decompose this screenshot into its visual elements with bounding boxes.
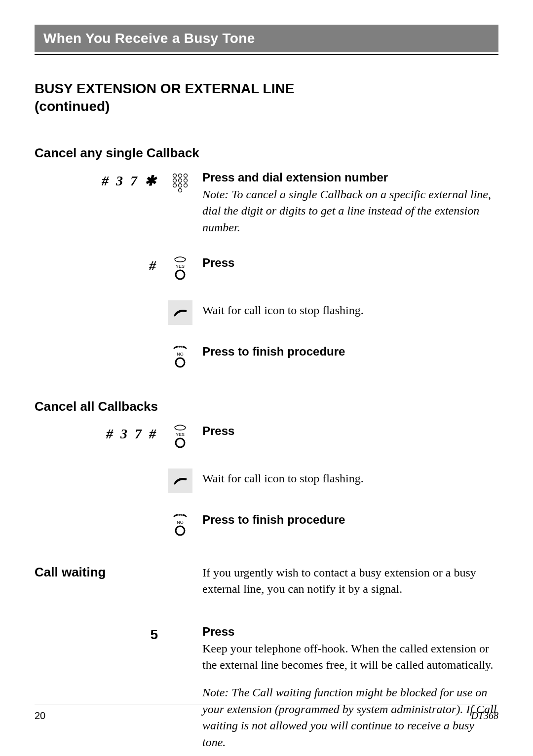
instruction-title: Press to finish procedure (202, 345, 498, 359)
svg-point-13 (176, 358, 185, 367)
instruction-title: Press and dial extension number (202, 171, 498, 184)
yes-button-icon: YES (172, 256, 189, 281)
right-col: If you urgently wish to contact a busy e… (195, 565, 498, 598)
instruction-title: Press (202, 625, 498, 639)
call-waiting-intro-row: Call waiting If you urgently wish to con… (35, 565, 498, 598)
cancel-single-row-1: # 3 7 ✱ Press and dial extension number … (35, 171, 498, 236)
right-col: Press (195, 424, 498, 438)
icon-col (165, 565, 195, 589)
svg-point-4 (179, 179, 182, 182)
right-col: Wait for call icon to stop flashing. (195, 468, 498, 487)
instruction-body: Keep your telephone off-hook. When the c… (202, 641, 498, 674)
icon-col: NO (165, 345, 195, 369)
right-col: Press to finish procedure (195, 345, 498, 359)
yes-button-icon: YES (172, 424, 189, 449)
section-banner: When You Receive a Busy Tone (35, 25, 498, 52)
right-col: Press to finish procedure (195, 513, 498, 527)
banner-title: When You Receive a Busy Tone (43, 31, 255, 46)
cancel-all-row-1: # 3 7 # YES Press (35, 424, 498, 449)
icon-col: NO (165, 513, 195, 538)
keypad-icon (172, 173, 189, 193)
svg-point-17 (176, 526, 185, 535)
instruction-title: Press (202, 256, 498, 270)
instruction-title: Press (202, 424, 498, 438)
no-label: NO (177, 352, 184, 357)
model-label: DT368 (471, 710, 498, 721)
icon-col (165, 625, 195, 649)
instruction-body: Wait for call icon to stop flashing. (202, 470, 498, 487)
handset-icon (172, 307, 189, 318)
left-col: # (35, 256, 165, 274)
svg-point-2 (184, 174, 188, 177)
left-col: 5 (35, 625, 165, 643)
handset-icon-bg (168, 300, 192, 325)
svg-point-0 (173, 174, 177, 177)
page-number: 20 (35, 710, 45, 721)
instruction-title: Press to finish procedure (202, 513, 498, 527)
page-footer: 20 DT368 (35, 705, 498, 721)
page: When You Receive a Busy Tone BUSY EXTENS… (0, 0, 533, 756)
cancel-single-row-2: # YES Press (35, 256, 498, 281)
cancel-single-heading: Cancel any single Callback (35, 145, 498, 161)
section-title-main: BUSY EXTENSION OR EXTERNAL LINE (35, 81, 294, 96)
cancel-single-row-3: Wait for call icon to stop flashing. (35, 300, 498, 325)
handset-icon-bg (168, 468, 192, 493)
right-col: Press Keep your telephone off-hook. When… (195, 625, 498, 751)
svg-point-6 (173, 183, 177, 187)
right-col: Wait for call icon to stop flashing. (195, 300, 498, 319)
right-col: Press (195, 256, 498, 270)
yes-label: YES (176, 264, 185, 269)
no-button-icon: NO (172, 345, 189, 369)
cancel-all-row-3: NO Press to finish procedure (35, 513, 498, 538)
banner-underline (35, 54, 498, 55)
svg-point-9 (179, 188, 182, 192)
icon-col: YES (165, 256, 195, 281)
svg-point-14 (176, 438, 185, 447)
right-col: Press and dial extension number Note: To… (195, 171, 498, 236)
keycode: 5 (150, 627, 158, 643)
icon-col (165, 171, 195, 195)
no-button-icon: NO (172, 513, 189, 538)
icon-col (165, 300, 195, 325)
cancel-all-row-2: Wait for call icon to stop flashing. (35, 468, 498, 493)
cancel-single-row-4: NO Press to finish procedure (35, 345, 498, 369)
yes-label: YES (176, 432, 185, 437)
cancel-all-heading: Cancel all Callbacks (35, 399, 498, 414)
svg-point-1 (179, 174, 182, 177)
section-title: BUSY EXTENSION OR EXTERNAL LINE (continu… (35, 80, 498, 116)
icon-col: YES (165, 424, 195, 449)
svg-point-3 (173, 179, 177, 182)
keycode: # (149, 258, 158, 274)
instruction-note: Note: To cancel a single Callback on a s… (202, 186, 498, 236)
call-waiting-row-1: 5 Press Keep your telephone off-hook. Wh… (35, 625, 498, 751)
section-title-continued: (continued) (35, 99, 110, 114)
call-waiting-intro: If you urgently wish to contact a busy e… (202, 565, 498, 598)
icon-col (165, 468, 195, 493)
keycode: # 3 7 # (106, 426, 158, 442)
svg-point-7 (179, 183, 182, 187)
instruction-body: Wait for call icon to stop flashing. (202, 302, 498, 319)
keycode: # 3 7 ✱ (102, 173, 158, 189)
svg-point-10 (176, 270, 185, 279)
svg-point-5 (184, 179, 188, 182)
handset-icon (172, 475, 189, 486)
left-col: # 3 7 # (35, 424, 165, 442)
call-waiting-heading: Call waiting (35, 565, 165, 580)
no-label: NO (177, 520, 184, 525)
left-col: # 3 7 ✱ (35, 171, 165, 189)
svg-point-8 (184, 183, 188, 187)
